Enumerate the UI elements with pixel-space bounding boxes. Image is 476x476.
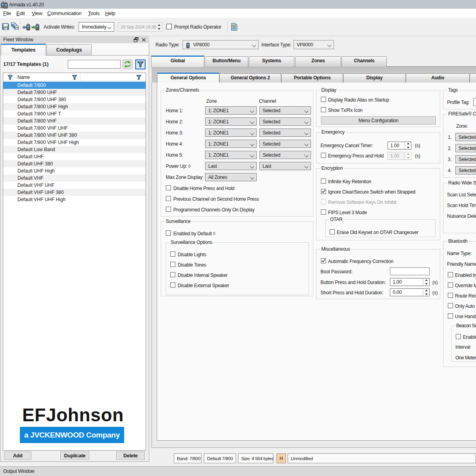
svg-text:?: ? (232, 23, 236, 30)
